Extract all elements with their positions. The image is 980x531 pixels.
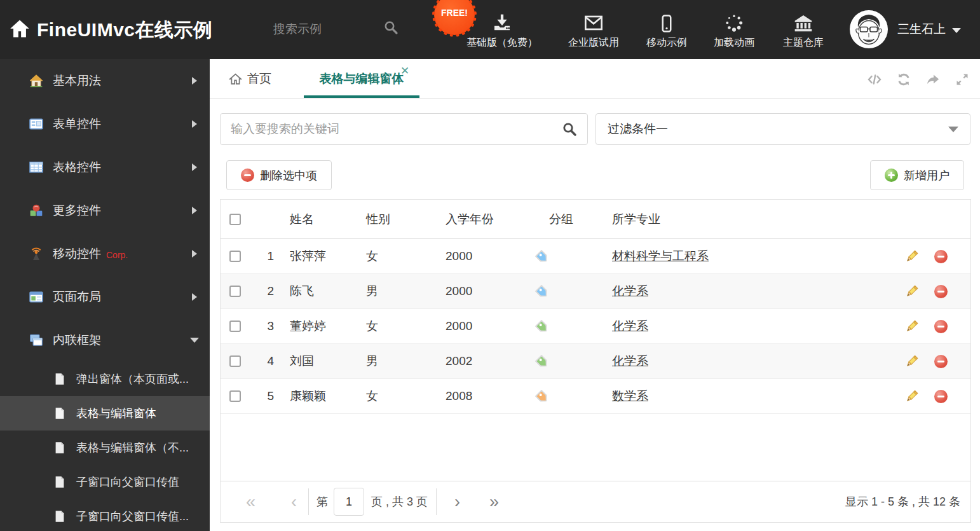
expand-icon[interactable] bbox=[955, 72, 970, 87]
cell-gender: 女 bbox=[366, 318, 446, 334]
edit-pencil-icon[interactable] bbox=[904, 389, 919, 404]
delete-row-icon[interactable] bbox=[934, 320, 948, 333]
app-home-icon[interactable] bbox=[9, 18, 31, 39]
table-row[interactable]: 2 陈飞 男 2000 化学系 bbox=[221, 274, 970, 309]
table-body: 1 张萍萍 女 2000 材料科学与工程系 2 陈飞 男 2000 化学系 bbox=[221, 239, 970, 414]
table-row[interactable]: 5 康颖颖 女 2008 数学系 bbox=[221, 379, 970, 414]
row-checkbox[interactable] bbox=[229, 251, 241, 262]
keyword-search-input[interactable] bbox=[221, 122, 562, 136]
major-link[interactable]: 数学系 bbox=[612, 389, 648, 403]
nav-item-loading-animations[interactable]: 加载动画 bbox=[702, 9, 766, 50]
antenna-icon bbox=[29, 247, 43, 261]
nav-item-mobile-demos[interactable]: 移动示例 bbox=[634, 9, 699, 50]
edit-pencil-icon[interactable] bbox=[904, 354, 919, 369]
delete-row-icon[interactable] bbox=[934, 355, 948, 368]
table-row[interactable]: 4 刘国 男 2002 化学系 bbox=[221, 344, 970, 379]
delete-selected-button[interactable]: 删除选中项 bbox=[226, 160, 332, 190]
minus-circle-icon bbox=[241, 169, 254, 182]
tab-close-icon[interactable]: ✕ bbox=[400, 66, 409, 76]
nav-label: 主题仓库 bbox=[783, 36, 824, 50]
chevron-right-icon bbox=[192, 77, 197, 85]
sidebar-item-mobile-controls[interactable]: 移动控件 Corp. bbox=[0, 232, 210, 275]
document-icon bbox=[55, 373, 65, 385]
select-all-checkbox[interactable] bbox=[229, 214, 241, 225]
delete-button-label: 删除选中项 bbox=[260, 168, 317, 183]
cell-group bbox=[538, 390, 612, 403]
caret-down-icon bbox=[952, 28, 961, 33]
chevron-right-icon bbox=[192, 250, 197, 258]
filter-select[interactable]: 过滤条件一 bbox=[595, 113, 970, 145]
cell-gender: 男 bbox=[366, 353, 446, 369]
tab-home-label: 首页 bbox=[247, 71, 271, 87]
sidebar-subitem-popup-window[interactable]: 弹出窗体（本页面或... bbox=[0, 362, 210, 396]
divider bbox=[308, 488, 309, 515]
layout-icon bbox=[29, 290, 43, 304]
cell-name: 陈飞 bbox=[274, 283, 366, 300]
nav-item-enterprise-trial[interactable]: 企业版试用 bbox=[558, 9, 629, 50]
edit-pencil-icon[interactable] bbox=[904, 284, 919, 299]
add-user-button[interactable]: 新增用户 bbox=[870, 160, 964, 190]
cell-gender: 女 bbox=[366, 388, 446, 404]
corp-badge: Corp. bbox=[106, 250, 128, 260]
major-link[interactable]: 材料科学与工程系 bbox=[612, 249, 709, 263]
chevron-right-icon bbox=[192, 163, 197, 171]
cell-year: 2000 bbox=[446, 319, 538, 333]
caret-down-icon bbox=[948, 127, 958, 132]
delete-row-icon[interactable] bbox=[934, 250, 948, 263]
table-row[interactable]: 1 张萍萍 女 2000 材料科学与工程系 bbox=[221, 239, 970, 274]
refresh-icon[interactable] bbox=[896, 72, 911, 87]
last-page-button[interactable]: » bbox=[489, 493, 499, 511]
user-menu[interactable]: 三生石上 bbox=[897, 21, 961, 38]
delete-row-icon[interactable] bbox=[934, 390, 948, 403]
divider bbox=[436, 488, 437, 515]
col-gender: 性别 bbox=[366, 211, 446, 228]
tab-home[interactable]: 首页 bbox=[229, 71, 271, 87]
header-search-input[interactable] bbox=[273, 19, 375, 39]
app-window: FineUIMvc在线示例 FREE! 基础版（免费） 企业版试用 移动示例 bbox=[0, 0, 980, 531]
first-page-button[interactable]: « bbox=[246, 493, 255, 511]
view-source-icon[interactable] bbox=[867, 72, 882, 87]
cell-year: 2000 bbox=[446, 284, 538, 298]
edit-pencil-icon[interactable] bbox=[904, 319, 919, 334]
cell-group bbox=[538, 285, 612, 298]
sidebar-subitem-grid-edit-window[interactable]: 表格与编辑窗体 bbox=[0, 396, 210, 431]
document-icon bbox=[55, 407, 65, 420]
sidebar-item-page-layout[interactable]: 页面布局 bbox=[0, 275, 210, 319]
page-input[interactable] bbox=[334, 488, 364, 516]
edit-pencil-icon[interactable] bbox=[904, 249, 919, 264]
sidebar-subitem-child-to-parent[interactable]: 子窗口向父窗口传值 bbox=[0, 465, 210, 499]
filter-selected-value: 过滤条件一 bbox=[608, 121, 948, 137]
sidebar-item-grid-controls[interactable]: 表格控件 bbox=[0, 146, 210, 189]
sidebar-item-basic-usage[interactable]: 基本用法 bbox=[0, 59, 210, 102]
filter-row: 过滤条件一 bbox=[210, 113, 980, 145]
avatar[interactable] bbox=[850, 10, 888, 48]
row-checkbox[interactable] bbox=[229, 321, 241, 332]
main-content: 首页 表格与编辑窗体 ✕ bbox=[210, 59, 980, 531]
tag-icon bbox=[534, 354, 550, 369]
major-link[interactable]: 化学系 bbox=[612, 354, 648, 368]
sidebar-subitem-child-to-parent-alt[interactable]: 子窗口向父窗口传值... bbox=[0, 499, 210, 531]
nav-item-basic-edition[interactable]: 基础版（免费） bbox=[456, 9, 548, 50]
row-checkbox[interactable] bbox=[229, 355, 241, 367]
major-link[interactable]: 化学系 bbox=[612, 284, 648, 298]
row-checkbox[interactable] bbox=[229, 390, 241, 402]
major-link[interactable]: 化学系 bbox=[612, 319, 648, 333]
prev-page-button[interactable]: ‹ bbox=[291, 493, 297, 511]
sidebar-item-more-controls[interactable]: 更多控件 bbox=[0, 189, 210, 232]
nav-item-theme-market[interactable]: 主题仓库 bbox=[771, 9, 836, 50]
search-icon[interactable] bbox=[562, 121, 577, 137]
table-icon bbox=[29, 160, 43, 174]
share-icon[interactable] bbox=[925, 72, 941, 87]
header-search-icon[interactable] bbox=[383, 20, 398, 35]
sidebar-item-inline-frame[interactable]: 内联框架 bbox=[0, 319, 210, 362]
sidebar-item-form-controls[interactable]: 表单控件 bbox=[0, 102, 210, 146]
row-number: 1 bbox=[252, 249, 274, 263]
blocks-icon bbox=[29, 203, 43, 217]
nav-label: 企业版试用 bbox=[568, 36, 619, 50]
next-page-button[interactable]: › bbox=[454, 493, 460, 511]
table-row[interactable]: 3 董婷婷 女 2000 化学系 bbox=[221, 309, 970, 344]
keyword-search-box bbox=[220, 113, 588, 145]
row-checkbox[interactable] bbox=[229, 286, 241, 297]
sidebar-subitem-grid-edit-window-alt[interactable]: 表格与编辑窗体（不... bbox=[0, 431, 210, 465]
delete-row-icon[interactable] bbox=[934, 285, 948, 298]
